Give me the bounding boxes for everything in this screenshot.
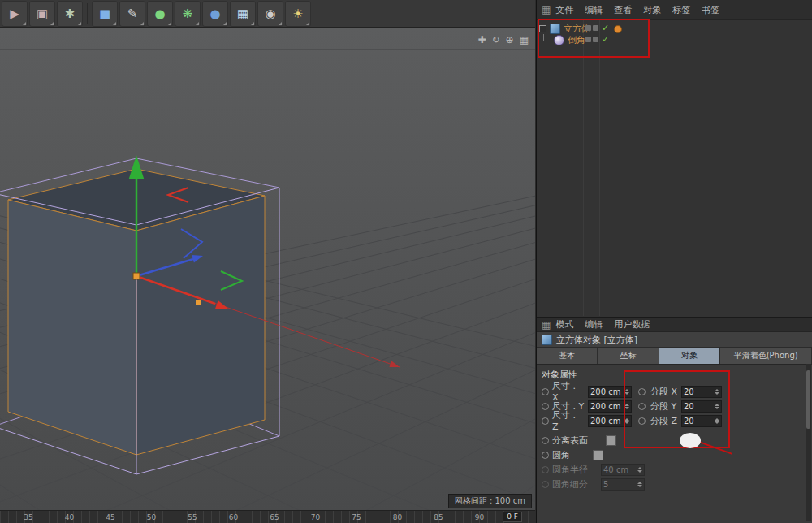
pen-spline-icon-glyph: ✎	[127, 6, 138, 21]
keyframe-circle[interactable]	[542, 452, 549, 459]
spinner-icon[interactable]	[624, 389, 629, 395]
attribute-manager-menu-item-2[interactable]: 用户数据	[614, 318, 650, 331]
floor-icon-glyph: ▦	[237, 6, 248, 21]
spinner-icon	[637, 482, 642, 487]
keyframe-circle[interactable]	[542, 403, 549, 410]
zoom-view-icon[interactable]: ⊕	[506, 34, 514, 45]
property-row-fillet-radius: 圆角半径 40 cm	[537, 462, 812, 477]
attribute-manager-menu-item-1[interactable]: 编辑	[585, 318, 603, 331]
keyframe-circle[interactable]	[638, 388, 646, 395]
scrollbar-track[interactable]	[806, 364, 811, 521]
size-label-2: 尺寸 . Z	[552, 409, 585, 432]
metaball-icon[interactable]: ●	[202, 1, 228, 27]
viewport-canvas[interactable]	[0, 28, 535, 511]
segment-input-0[interactable]: 20	[681, 386, 722, 398]
size-input-0[interactable]: 200 cm	[588, 386, 632, 398]
origin-point[interactable]	[133, 273, 140, 279]
object-manager-menu-item-0[interactable]: 文件	[555, 4, 573, 16]
attribute-manager-menu-item-0[interactable]: 模式	[555, 318, 573, 331]
subdivision-surface-icon[interactable]: ●	[147, 1, 173, 27]
timeline-tick: 80	[393, 513, 402, 521]
floor-icon[interactable]: ▦	[230, 1, 256, 27]
keyframe-circle[interactable]	[542, 417, 549, 425]
panel-grid-icon[interactable]: ▦	[542, 319, 551, 331]
render-visibility-dot[interactable]	[593, 25, 598, 31]
pan-view-icon[interactable]: ✚	[477, 34, 486, 45]
scrollbar-thumb[interactable]	[806, 370, 810, 429]
toolbar-separator	[87, 3, 88, 24]
cube-primitive-icon[interactable]: ■	[92, 1, 118, 27]
size-input-1[interactable]: 200 cm	[588, 400, 632, 413]
segment-label-2: 分段 Z	[650, 415, 678, 427]
tree-item-cube[interactable]: 立方体 ✓	[537, 23, 812, 34]
property-row-size-0: 尺寸 . X200 cm分段 X20	[537, 384, 812, 399]
spinner-icon[interactable]	[714, 389, 719, 395]
fold-icon[interactable]	[539, 25, 546, 32]
viewport-3d[interactable]: ✚↻⊕▦ 网格间距 : 100 cm 0 F 35404550556065707…	[0, 28, 535, 523]
segment-value-2: 20	[684, 417, 694, 426]
enable-check-icon[interactable]: ✓	[602, 34, 609, 45]
orbit-view-icon[interactable]: ↻	[492, 34, 500, 45]
segment-label-0: 分段 X	[650, 386, 678, 398]
array-generator-icon[interactable]: ❋	[175, 1, 201, 27]
spinner-icon[interactable]	[624, 418, 629, 424]
fillet-radius-value: 40 cm	[603, 465, 628, 474]
object-manager-menu-item-3[interactable]: 对象	[643, 4, 661, 16]
size-value-2: 200 cm	[590, 417, 621, 426]
cube-object-icon	[542, 335, 552, 345]
spinner-icon[interactable]	[714, 404, 719, 409]
object-manager-menu-item-5[interactable]: 书签	[702, 4, 719, 16]
maximize-view-icon[interactable]: ▦	[520, 34, 529, 45]
keyframe-circle[interactable]	[542, 388, 549, 395]
secondary-handle-point[interactable]	[196, 300, 201, 305]
timeline-ruler[interactable]: 0 F 354045505560657075808590	[0, 510, 535, 523]
size-input-2[interactable]: 200 cm	[588, 415, 632, 427]
tag-icon[interactable]	[614, 25, 622, 33]
object-manager-menu-item-1[interactable]: 编辑	[585, 4, 603, 16]
fillet-radius-input: 40 cm	[601, 464, 645, 476]
render-visibility-dot[interactable]	[593, 37, 598, 42]
panel-grid-icon[interactable]: ▦	[542, 4, 551, 15]
camera-icon[interactable]: ◉	[257, 1, 283, 27]
keyframe-circle[interactable]	[638, 417, 646, 425]
frame-indicator[interactable]: 0 F	[503, 512, 522, 522]
fillet-checkbox[interactable]	[593, 450, 603, 460]
segment-input-2[interactable]: 20	[681, 415, 722, 427]
attribute-body: 对象属性 尺寸 . X200 cm分段 X20尺寸 . Y200 cm分段 Y2…	[537, 365, 812, 491]
keyframe-circle[interactable]	[638, 403, 646, 410]
attribute-tab-0[interactable]: 基本	[537, 348, 598, 364]
render-picture-viewer-icon[interactable]: ▣	[29, 1, 55, 27]
tree-item-bevel[interactable]: 倒角 ✓	[537, 34, 812, 45]
fillet-radius-label: 圆角半径	[552, 464, 598, 476]
object-label-bevel[interactable]: 倒角	[568, 34, 585, 46]
segment-value-0: 20	[684, 387, 694, 396]
timeline-tick: 85	[434, 513, 443, 521]
keyframe-circle[interactable]	[542, 437, 549, 444]
attribute-tab-2[interactable]: 对象	[659, 348, 720, 364]
editor-visibility-dot[interactable]	[585, 25, 591, 31]
timeline-tick: 35	[24, 513, 32, 521]
segment-input-1[interactable]: 20	[681, 400, 722, 413]
column-divider	[611, 20, 611, 316]
attribute-tab-3[interactable]: 平滑着色(Phong)	[720, 348, 812, 364]
render-settings-icon[interactable]: ✱	[57, 1, 83, 27]
keyframe-circle	[542, 481, 549, 488]
pen-spline-icon[interactable]: ✎	[119, 1, 145, 27]
enable-check-icon[interactable]: ✓	[602, 23, 609, 34]
editor-visibility-dot[interactable]	[585, 37, 591, 42]
subdivision-surface-icon-glyph: ●	[154, 6, 165, 21]
render-view-icon[interactable]: ▶	[2, 1, 28, 27]
separate-surfaces-checkbox[interactable]	[606, 435, 616, 446]
object-manager-menu-item-4[interactable]: 标签	[672, 4, 690, 16]
object-manager-menu-item-2[interactable]: 查看	[614, 4, 632, 16]
light-icon[interactable]: ☀	[285, 1, 311, 27]
attribute-tab-1[interactable]: 坐标	[598, 348, 659, 364]
spinner-icon[interactable]	[714, 418, 719, 424]
timeline-tick: 65	[270, 513, 279, 521]
cinema4d-window: ▶▣✱■✎●❋●▦◉☀	[0, 0, 812, 523]
bevel-object-icon	[554, 35, 564, 45]
spinner-icon[interactable]	[624, 404, 629, 409]
segment-label-1: 分段 Y	[650, 400, 678, 413]
size-value-0: 200 cm	[590, 387, 621, 396]
timeline-tick: 45	[106, 513, 114, 521]
